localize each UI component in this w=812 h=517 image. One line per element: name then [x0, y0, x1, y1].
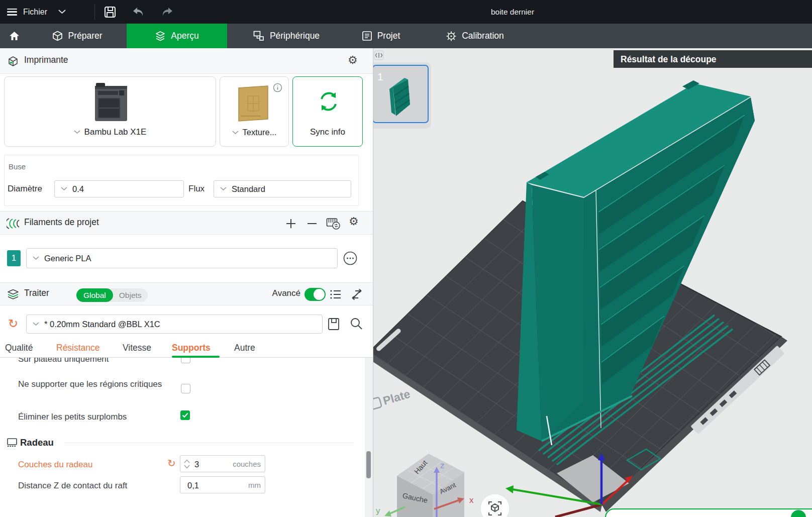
setting-label-overhangs: Éliminer les petits surplombs [18, 410, 127, 423]
scope-objects-pill[interactable]: Objets [113, 288, 148, 302]
reset-raft-layers-icon[interactable]: ↻ [167, 457, 176, 469]
tune-icon[interactable] [351, 288, 363, 300]
info-icon[interactable] [273, 83, 282, 92]
list-icon[interactable] [330, 289, 342, 300]
redo-icon [160, 6, 173, 18]
printer-section-title: Imprimante [24, 55, 68, 65]
filament-section-icon [7, 217, 21, 230]
plate-thumbnail[interactable]: 1 [373, 62, 431, 129]
spinner-up-icon[interactable] [184, 459, 190, 463]
home-icon [9, 31, 20, 41]
advanced-label: Avancé [251, 288, 300, 298]
file-menu-label: Fichier [23, 8, 47, 17]
file-menu[interactable]: Fichier [0, 0, 66, 24]
raft-contact-field[interactable]: mm [180, 476, 265, 493]
tab-calibration[interactable]: Calibration [416, 24, 534, 48]
printer-image [88, 82, 134, 124]
undo-icon [132, 6, 145, 18]
process-section-header: Traiter Global Objets Avancé [0, 282, 373, 305]
checkbox-plate-only[interactable] [181, 358, 190, 363]
tab-preview-label: Aperçu [171, 31, 198, 41]
printer-section-icon [7, 55, 19, 67]
raft-layers-unit: couches [233, 460, 261, 468]
printer-card[interactable]: Bambu Lab X1E [4, 76, 216, 147]
chevron-down-icon [33, 256, 39, 260]
panel-collapse-handle[interactable] [374, 51, 383, 60]
nozzle-title: Buse [9, 162, 26, 171]
filament-section-header: Filaments de projet ⚙ [0, 211, 373, 235]
chevron-down-icon [232, 131, 239, 135]
gear-icon[interactable]: ⚙ [349, 215, 359, 228]
flow-value: Standard [232, 184, 265, 194]
remove-filament-icon[interactable] [307, 219, 317, 229]
supports-settings-list: Sur plateau uniquement Ne supporter que … [0, 358, 373, 517]
toolbar-divider [94, 4, 95, 20]
tab-preview[interactable]: Aperçu [127, 24, 227, 48]
tab-prepare-label: Préparer [68, 31, 102, 41]
sync-icon [317, 90, 340, 113]
check-icon [182, 412, 188, 418]
flow-select[interactable]: Standard [214, 180, 351, 197]
save-preset-icon[interactable] [328, 318, 340, 331]
filament-select[interactable]: Generic PLA [26, 248, 338, 268]
process-section-icon [7, 288, 20, 300]
settings-scrollbar [365, 358, 373, 517]
gear-icon[interactable]: ⚙ [348, 54, 358, 67]
plate-type-row: Texture... [220, 128, 288, 137]
flow-label: Flux [188, 184, 205, 194]
chevron-down-icon [61, 187, 67, 191]
save-button[interactable] [103, 5, 117, 19]
tab-prepare[interactable]: Préparer [28, 24, 127, 48]
tab-supports[interactable]: Supports [172, 343, 211, 353]
tab-device[interactable]: Périphérique [227, 24, 346, 48]
add-filament-icon[interactable] [286, 219, 296, 229]
printer-name-row: Bambu Lab X1E [5, 127, 216, 137]
checkbox-remove-overhangs[interactable] [180, 410, 190, 420]
process-scope-switch[interactable]: Global Objets [76, 288, 148, 302]
axis-label-x: x [469, 495, 474, 505]
raft-layers-spinner[interactable]: couches [180, 455, 265, 472]
raft-icon [7, 437, 18, 448]
undo-button[interactable] [132, 5, 146, 19]
raft-contact-label: Distance Z de contact du raft [18, 479, 127, 492]
tab-project[interactable]: Projet [346, 24, 416, 48]
project-icon [362, 31, 372, 41]
raft-layers-input[interactable] [193, 456, 236, 473]
filament-section-title: Filaments de projet [24, 217, 99, 228]
preview-icon [155, 31, 166, 42]
sync-info-card[interactable]: Sync info [292, 76, 363, 147]
bottom-toast[interactable] [605, 509, 812, 517]
process-preset-name: * 0.20mm Standard @BBL X1C [44, 320, 160, 329]
raft-section-divider [64, 443, 354, 443]
viewport-3d[interactable]: Plate [373, 48, 812, 517]
nozzle-diameter-value: 0.4 [72, 184, 84, 194]
filament-more-button[interactable] [343, 251, 357, 265]
nozzle-diameter-select[interactable]: 0.4 [54, 180, 184, 197]
process-preset-select[interactable]: * 0.20mm Standard @BBL X1C [26, 315, 323, 334]
settings-scrollbar-thumb[interactable] [366, 451, 371, 478]
tab-strength[interactable]: Résistance [56, 343, 100, 353]
reset-preset-icon[interactable]: ↻ [8, 318, 18, 330]
workspace-tabbar: Préparer Aperçu Périphérique Projet [0, 24, 812, 48]
advanced-toggle[interactable] [304, 288, 326, 301]
document-title: boite dernier [437, 0, 588, 24]
filament-name: Generic PLA [44, 254, 91, 263]
redo-button[interactable] [160, 5, 174, 19]
tab-home[interactable] [0, 24, 28, 48]
tab-speed[interactable]: Vitesse [123, 343, 151, 353]
prepare-icon [52, 31, 63, 41]
spinner-down-icon[interactable] [184, 465, 190, 469]
ams-sync-icon[interactable] [326, 217, 341, 230]
printer-name: Bambu Lab X1E [84, 127, 147, 137]
search-icon[interactable] [350, 317, 363, 330]
filament-slot-badge[interactable]: 1 [7, 250, 21, 266]
tab-other[interactable]: Autre [234, 343, 255, 353]
raft-contact-input[interactable] [186, 477, 229, 494]
scope-global-pill[interactable]: Global [76, 288, 113, 302]
tab-quality[interactable]: Qualité [5, 343, 33, 353]
plate-type-card[interactable]: Texture... [220, 76, 289, 147]
checkbox-critical-regions[interactable] [181, 384, 190, 393]
active-tab-underline [172, 356, 220, 358]
hamburger-menu-icon [7, 9, 17, 16]
plate-image [237, 84, 270, 122]
